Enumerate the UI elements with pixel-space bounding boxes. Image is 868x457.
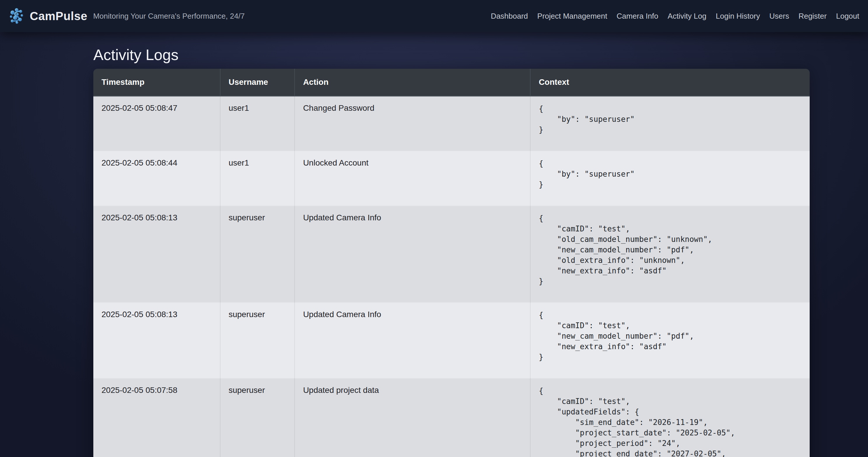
table-row: 2025-02-05 05:07:58 superuser Updated pr… — [93, 378, 810, 457]
nav-link-login-history[interactable]: Login History — [711, 9, 765, 24]
table-row: 2025-02-05 05:08:13 superuser Updated Ca… — [93, 302, 810, 378]
nav-link-activity-log[interactable]: Activity Log — [663, 9, 711, 24]
cell-context: { "by": "superuser" } — [530, 151, 810, 206]
table-row: 2025-02-05 05:08:47 user1 Changed Passwo… — [93, 96, 810, 151]
cell-timestamp: 2025-02-05 05:07:58 — [93, 378, 220, 457]
cell-username: user1 — [220, 151, 294, 206]
cell-timestamp: 2025-02-05 05:08:13 — [93, 206, 220, 302]
cell-context: { "by": "superuser" } — [530, 96, 810, 151]
brand-tagline: Monitoring Your Camera's Performance, 24… — [93, 12, 244, 21]
context-json: { "camID": "test", "new_cam_model_number… — [539, 310, 802, 362]
cell-action: Changed Password — [294, 96, 530, 151]
nav-link-users[interactable]: Users — [765, 9, 794, 24]
cell-timestamp: 2025-02-05 05:08:13 — [93, 302, 220, 378]
nav-link-project-management[interactable]: Project Management — [533, 9, 612, 24]
brand-link[interactable]: CamPulse — [9, 8, 87, 25]
cell-context: { "camID": "test", "old_cam_model_number… — [530, 206, 810, 302]
context-json: { "camID": "test", "updatedFields": { "s… — [539, 386, 802, 457]
nav-link-register[interactable]: Register — [794, 9, 832, 24]
campulse-logo-icon — [9, 8, 25, 25]
cell-username: superuser — [220, 378, 294, 457]
nav-link-logout[interactable]: Logout — [831, 9, 859, 24]
column-header-username: Username — [220, 69, 294, 96]
cell-username: user1 — [220, 96, 294, 151]
cell-timestamp: 2025-02-05 05:08:44 — [93, 151, 220, 206]
table-header: Timestamp Username Action Context — [93, 69, 810, 96]
cell-action: Updated project data — [294, 378, 530, 457]
cell-username: superuser — [220, 206, 294, 302]
table-row: 2025-02-05 05:08:13 superuser Updated Ca… — [93, 206, 810, 302]
nav-link-camera-info[interactable]: Camera Info — [612, 9, 663, 24]
nav-link-dashboard[interactable]: Dashboard — [486, 9, 533, 24]
cell-action: Unlocked Account — [294, 151, 530, 206]
context-json: { "camID": "test", "old_cam_model_number… — [539, 213, 802, 287]
cell-timestamp: 2025-02-05 05:08:47 — [93, 96, 220, 151]
nav-links: DashboardProject ManagementCamera InfoAc… — [486, 9, 859, 24]
context-json: { "by": "superuser" } — [539, 158, 802, 190]
navbar: CamPulse Monitoring Your Camera's Perfor… — [0, 0, 868, 32]
page-title: Activity Logs — [93, 46, 810, 64]
main-content: Activity Logs Timestamp Username Action … — [93, 46, 810, 457]
table-row: 2025-02-05 05:08:44 user1 Unlocked Accou… — [93, 151, 810, 206]
cell-context: { "camID": "test", "new_cam_model_number… — [530, 302, 810, 378]
column-header-action: Action — [294, 69, 530, 96]
brand-name: CamPulse — [30, 10, 87, 23]
table-body: 2025-02-05 05:08:47 user1 Changed Passwo… — [93, 96, 810, 457]
context-json: { "by": "superuser" } — [539, 103, 802, 135]
activity-log-table: Timestamp Username Action Context 2025-0… — [93, 69, 810, 457]
column-header-context: Context — [530, 69, 810, 96]
column-header-timestamp: Timestamp — [93, 69, 220, 96]
cell-action: Updated Camera Info — [294, 302, 530, 378]
cell-username: superuser — [220, 302, 294, 378]
activity-log-table-card: Timestamp Username Action Context 2025-0… — [93, 69, 810, 457]
cell-action: Updated Camera Info — [294, 206, 530, 302]
cell-context: { "camID": "test", "updatedFields": { "s… — [530, 378, 810, 457]
